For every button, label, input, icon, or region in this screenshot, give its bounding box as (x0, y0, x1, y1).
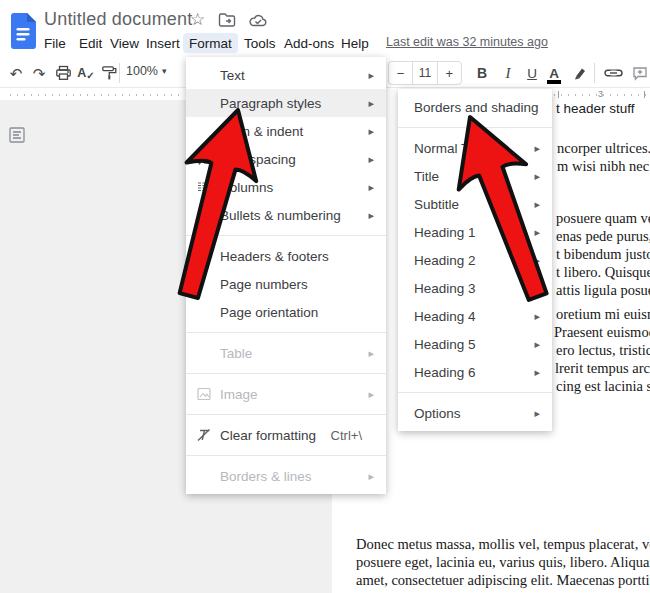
menu-separator (186, 235, 386, 236)
document-line[interactable]: amet, consectetuer adipiscing elit. Maec… (356, 572, 650, 589)
font-size-increase-button[interactable]: + (438, 62, 461, 84)
document-header-text[interactable]: t header stuff (556, 101, 635, 116)
menubar-addons[interactable]: Add-ons (278, 33, 340, 53)
redo-icon: ↷ (33, 66, 46, 81)
menubar-edit[interactable]: Edit (73, 33, 108, 53)
format-menu: Text Paragraph styles Align & indent Lin… (186, 57, 386, 494)
submenu-item-options[interactable]: Options (398, 399, 552, 427)
menu-item-line-spacing[interactable]: Line spacing (186, 145, 386, 173)
menu-separator (186, 455, 386, 456)
menu-separator (398, 127, 552, 128)
highlighter-icon (572, 65, 588, 81)
menubar-insert[interactable]: Insert (140, 33, 186, 53)
menu-item-image: Image (186, 380, 386, 408)
menu-separator (186, 332, 386, 333)
document-line[interactable]: cing est lacinia soda (556, 378, 650, 395)
submenu-item-borders-and-shading[interactable]: Borders and shading (398, 93, 552, 121)
menu-item-columns[interactable]: Columns (186, 173, 386, 201)
menu-item-page-orientation[interactable]: Page orientation (186, 298, 386, 326)
menu-item-text[interactable]: Text (186, 61, 386, 89)
google-docs-window: t header stuff ncorper ultrices. In m wi… (0, 0, 650, 593)
italic-button[interactable]: I (497, 58, 519, 88)
document-line[interactable]: enas pede purus, tris (556, 228, 650, 245)
font-size-decrease-button[interactable]: − (389, 62, 412, 84)
redo-button[interactable]: ↷ (28, 58, 50, 88)
ruler-number: 3 (598, 89, 603, 99)
document-line[interactable]: ncorper ultrices. In (557, 140, 650, 157)
menu-separator (186, 373, 386, 374)
submenu-item-subtitle[interactable]: Subtitle (398, 190, 552, 218)
menu-separator (398, 392, 552, 393)
document-line[interactable]: attis ligula posuere (556, 282, 650, 299)
menubar-format[interactable]: Format (183, 33, 238, 53)
move-folder-icon[interactable] (218, 12, 236, 28)
menu-item-bullets-numbering[interactable]: Bullets & numbering (186, 201, 386, 229)
comment-plus-icon (632, 65, 648, 81)
submenu-item-heading-6[interactable]: Heading 6 (398, 358, 552, 386)
spelling-check-button[interactable]: A✓ (75, 58, 97, 88)
undo-button[interactable]: ↶ (5, 58, 27, 88)
document-line[interactable]: Praesent euismod. (554, 324, 650, 341)
document-line[interactable]: Donec metus massa, mollis vel, tempus pl… (356, 536, 650, 553)
toolbar-separator (594, 63, 595, 83)
last-edit-link[interactable]: Last edit was 32 minutes ago (386, 35, 548, 49)
toolbar-separator (119, 63, 120, 83)
ruler-ticks-left (10, 94, 180, 96)
document-line[interactable]: ero lectus, tristique (556, 342, 650, 359)
document-title[interactable]: Untitled document (44, 9, 192, 30)
submenu-item-title[interactable]: Title (398, 162, 552, 190)
menu-item-borders-lines: Borders & lines (186, 462, 386, 490)
menu-item-clear-formatting[interactable]: Clear formatting Ctrl+\ (186, 421, 386, 449)
menu-item-paragraph-styles[interactable]: Paragraph styles (186, 89, 386, 117)
print-button[interactable] (52, 58, 74, 88)
document-line[interactable]: posuere quam vel n (556, 210, 650, 227)
ruler-inch-tick (644, 91, 645, 98)
menu-separator (186, 414, 386, 415)
show-document-outline-button[interactable] (8, 126, 26, 144)
submenu-item-heading-2[interactable]: Heading 2 (398, 246, 552, 274)
star-icon[interactable]: ☆ (190, 11, 205, 29)
add-comment-button[interactable] (629, 58, 650, 88)
cloud-saved-icon[interactable] (249, 13, 268, 28)
document-line[interactable]: m wisi nibh nec nis (557, 158, 650, 175)
menubar-tools[interactable]: Tools (238, 33, 282, 53)
menubar-view[interactable]: View (104, 33, 145, 53)
shortcut-label: Ctrl+\ (331, 428, 362, 443)
print-icon (55, 65, 72, 81)
bold-button[interactable]: B (471, 58, 493, 88)
spellcheck-icon: A (77, 66, 86, 80)
document-line[interactable]: lrerit tempus arcu. I (555, 360, 650, 377)
submenu-item-heading-4[interactable]: Heading 4 (398, 302, 552, 330)
submenu-item-normal-text[interactable]: Normal Text (398, 134, 552, 162)
chevron-down-icon: ▾ (162, 66, 167, 76)
submenu-item-heading-1[interactable]: Heading 1 (398, 218, 552, 246)
zoom-control[interactable]: 100% ▾ (126, 64, 167, 78)
insert-link-button[interactable] (602, 58, 624, 88)
highlight-color-button[interactable] (569, 58, 591, 88)
menu-item-page-numbers[interactable]: Page numbers (186, 270, 386, 298)
document-line[interactable]: t bibendum justo. F (556, 246, 650, 263)
menubar-help[interactable]: Help (335, 33, 375, 53)
zoom-value: 100% (126, 64, 158, 78)
ruler-inch-tick (558, 91, 559, 98)
menu-item-headers-footers[interactable]: Headers & footers (186, 242, 386, 270)
document-outline-icon (8, 126, 26, 144)
submenu-item-heading-5[interactable]: Heading 5 (398, 330, 552, 358)
menu-item-align-indent[interactable]: Align & indent (186, 117, 386, 145)
document-line[interactable]: posuere eget, lacinia eu, varius quis, l… (356, 554, 650, 571)
menubar-file[interactable]: File (38, 33, 72, 53)
submenu-item-heading-3[interactable]: Heading 3 (398, 274, 552, 302)
line-spacing-icon (196, 151, 212, 167)
font-size-control: − 11 + (388, 61, 462, 85)
document-line[interactable]: t libero. Quisque o (556, 264, 650, 281)
paragraph-styles-submenu: Borders and shading Normal Text Title Su… (398, 89, 552, 431)
docs-logo-icon (8, 12, 38, 50)
paint-format-button[interactable] (98, 58, 120, 88)
image-icon (196, 386, 212, 402)
google-docs-logo[interactable] (8, 12, 38, 50)
text-color-button[interactable]: A (543, 58, 565, 88)
font-size-input[interactable]: 11 (412, 62, 437, 84)
document-line[interactable]: oretium mi euismod (556, 306, 650, 323)
link-icon (604, 66, 623, 80)
underline-button[interactable]: U (521, 58, 543, 88)
